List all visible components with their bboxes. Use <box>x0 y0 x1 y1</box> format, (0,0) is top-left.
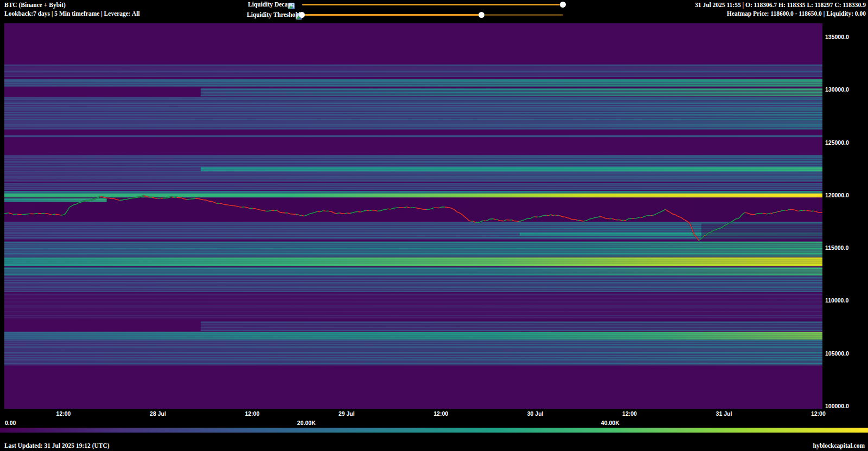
y-tick-label: 110000.0 <box>825 297 848 304</box>
x-tick-label: 12:00 <box>622 410 637 417</box>
x-tick-label: 29 Jul <box>339 410 355 417</box>
liquidity-threshold-low-handle[interactable] <box>299 12 305 18</box>
y-tick-label: 115000.0 <box>825 244 848 251</box>
last-updated-text: Last Updated: 31 Jul 2025 19:12 (UTC) <box>4 442 110 449</box>
y-tick-label: 105000.0 <box>825 350 849 357</box>
colorbar-label: 0.00 <box>5 420 16 426</box>
y-tick-label: 130000.0 <box>825 86 849 93</box>
watermark-site-text: hyblockcapital.com <box>813 442 865 449</box>
image-placeholder-icon <box>288 2 295 8</box>
liquidation-heatmap-app: { "header": { "symbol": "BTC (Binance + … <box>0 0 868 451</box>
y-tick-label: 135000.0 <box>825 34 849 40</box>
y-tick-label: 125000.0 <box>825 139 849 146</box>
y-tick-label: 120000.0 <box>825 192 849 198</box>
liquidation-heatmap-canvas[interactable] <box>4 23 822 409</box>
x-tick-label: 28 Jul <box>150 410 166 417</box>
colorbar-label: 20.00K <box>297 420 316 426</box>
colorbar-label: 40.00K <box>601 420 620 426</box>
heatmap-price-readout: Heatmap Price: 118600.0 - 118650.0 | Liq… <box>727 10 866 17</box>
y-tick-label: 100000.0 <box>825 403 849 409</box>
x-tick-label: 12:00 <box>56 410 71 417</box>
liquidity-threshold-slider-fill[interactable] <box>302 14 482 16</box>
symbol-title: BTC (Binance + Bybit) <box>4 1 66 9</box>
liquidity-colorbar <box>0 428 868 433</box>
liquidity-threshold-label: Liquidity Threshold <box>247 11 301 18</box>
x-tick-label: 31 Jul <box>716 410 732 417</box>
chart-plot-area[interactable] <box>4 23 822 409</box>
liquidity-decay-slider-track[interactable] <box>302 4 563 5</box>
chart-settings-text: Lookback:7 days | 5 Min timeframe | Leve… <box>4 10 140 17</box>
liquidity-decay-label: Liquidity Decay <box>248 1 291 8</box>
liquidity-threshold-high-handle[interactable] <box>478 12 484 18</box>
x-tick-label: 12:00 <box>433 410 448 417</box>
ohlc-readout: 31 Jul 2025 11:55 | O: 118306.7 H: 11833… <box>695 1 866 9</box>
x-tick-label: 12:00 <box>811 410 826 417</box>
x-tick-label: 30 Jul <box>527 410 544 417</box>
x-tick-label: 12:00 <box>245 410 259 417</box>
liquidity-decay-slider-handle[interactable] <box>560 2 566 8</box>
